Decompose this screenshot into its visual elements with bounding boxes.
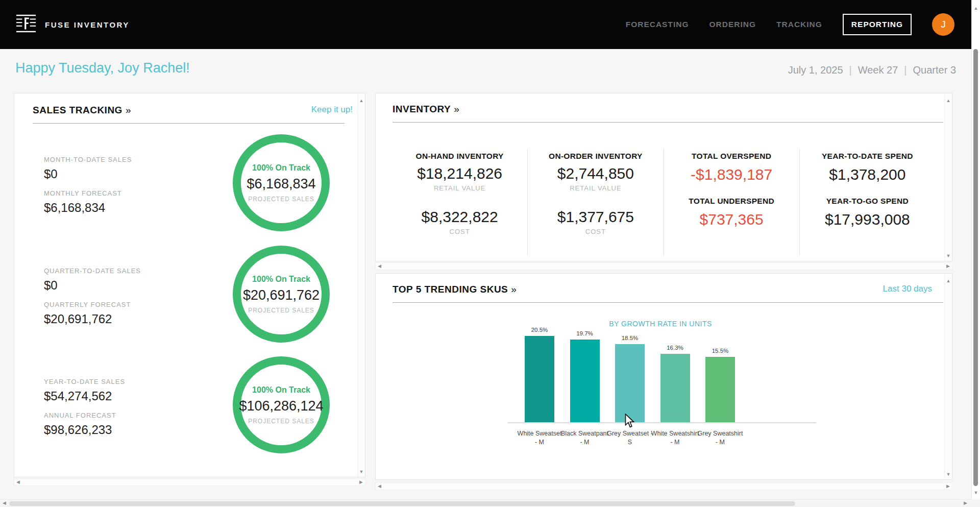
quarter-block: QUARTER-TO-DATE SALES $0 QUARTERLY FOREC… <box>14 236 365 347</box>
bar-category-label: White Sweatshirt - M <box>651 429 699 447</box>
scroll-up-icon[interactable]: ▲ <box>359 99 364 103</box>
sales-tracking-title: SALES TRACKING» <box>33 105 131 116</box>
trending-title: TOP 5 TRENDING SKUS» <box>393 284 517 295</box>
column-value: $1,378,200 <box>800 166 935 183</box>
metric-value: $54,274,562 <box>44 389 112 403</box>
ring-status: 100% On Track <box>252 385 310 395</box>
scroll-left-icon[interactable]: ◀ <box>16 480 20 485</box>
scroll-right-icon[interactable]: ▶ <box>359 480 363 485</box>
card-horizontal-scrollbar[interactable]: ◀ ▶ <box>14 478 365 486</box>
nav-item-reporting[interactable]: REPORTING <box>843 14 912 35</box>
chart-bar[interactable] <box>615 344 645 422</box>
column-value: $1,377,675 <box>528 208 663 226</box>
chart-bar[interactable] <box>570 340 600 422</box>
keep-it-up-link[interactable]: Keep it up! <box>311 105 353 115</box>
date-display: July 1, 2025 | Week 27 | Quarter 3 <box>788 64 956 76</box>
metric-label: ANNUAL FORECAST <box>44 412 116 419</box>
column-sublabel: COST <box>528 228 663 235</box>
trending-skus-card: TOP 5 TRENDING SKUS» Last 30 days BY GRO… <box>375 273 952 480</box>
column-header: TOTAL OVERSPEND <box>664 152 799 161</box>
bar-category-label: Grey Sweatset - S <box>606 429 654 447</box>
progress-ring: 100% On Track $106,286,124 PROJECTED SAL… <box>233 356 330 453</box>
nav-item-ordering[interactable]: ORDERING <box>709 20 756 29</box>
scroll-right-icon[interactable]: ▶ <box>964 501 967 505</box>
scroll-left-icon[interactable]: ◀ <box>378 484 381 489</box>
ring-sublabel: PROJECTED SALES <box>248 307 314 314</box>
user-avatar[interactable]: J <box>932 13 954 36</box>
scroll-left-icon[interactable]: ◀ <box>3 501 6 505</box>
page-vertical-scrollbar[interactable]: ▲ ▼ <box>971 0 980 499</box>
chart-bar[interactable] <box>660 354 690 422</box>
column-sublabel: RETAIL VALUE <box>392 184 527 192</box>
mouse-cursor <box>625 414 636 431</box>
metric-label: MONTHLY FORECAST <box>44 189 122 197</box>
year-block: YEAR-TO-DATE SALES $54,274,562 ANNUAL FO… <box>14 347 365 458</box>
scroll-right-icon[interactable]: ▶ <box>946 484 950 489</box>
column-value: $2,744,850 <box>528 165 663 182</box>
metric-label: QUARTERLY FORECAST <box>44 301 131 308</box>
date-separator: | <box>849 64 852 76</box>
page-vertical-scrollbar-thumb[interactable] <box>973 49 978 486</box>
ring-sublabel: PROJECTED SALES <box>248 418 314 425</box>
ring-status: 100% On Track <box>252 163 310 173</box>
month-block: MONTH-TO-DATE SALES $0 MONTHLY FORECAST … <box>14 125 365 236</box>
nav-item-forecasting[interactable]: FORECASTING <box>626 20 689 29</box>
column-header: YEAR-TO-GO SPEND <box>800 197 935 206</box>
page-greeting: Happy Tuesday, Joy Rachel! <box>15 60 190 76</box>
chart-bar[interactable] <box>705 357 735 422</box>
goto-arrow-icon: » <box>454 104 459 114</box>
scroll-down-icon[interactable]: ▼ <box>946 254 951 258</box>
nav-item-tracking[interactable]: TRACKING <box>776 20 822 29</box>
bar-category-label: Black Sweatpant - M <box>561 429 609 447</box>
column-header: TOTAL UNDERSPEND <box>664 197 799 206</box>
ring-value: $6,168,834 <box>247 176 315 192</box>
bar-chart-area: 20.5%White Sweatset - M19.7%Black Sweatp… <box>507 337 816 423</box>
column-sublabel: RETAIL VALUE <box>528 184 663 192</box>
scrollbar-corner <box>971 499 980 507</box>
scroll-up-icon[interactable]: ▲ <box>946 99 951 103</box>
divider <box>393 302 943 303</box>
scroll-down-icon[interactable]: ▼ <box>974 491 978 495</box>
overspend-column: TOTAL OVERSPEND -$1,839,187 TOTAL UNDERS… <box>664 149 799 256</box>
bar-value-label: 16.3% <box>660 345 691 351</box>
scroll-up-icon[interactable]: ▲ <box>946 279 951 283</box>
metric-value: $0 <box>44 167 58 181</box>
card-vertical-scrollbar[interactable]: ▲ ▼ <box>944 93 952 261</box>
scroll-down-icon[interactable]: ▼ <box>946 472 951 477</box>
sales-tracking-card: SALES TRACKING» Keep it up! MONTH-TO-DAT… <box>14 93 365 477</box>
progress-ring: 100% On Track $20,691,762 PROJECTED SALE… <box>233 246 330 343</box>
scroll-up-icon[interactable]: ▲ <box>974 6 978 11</box>
column-value: -$1,839,187 <box>664 166 799 183</box>
card-horizontal-scrollbar[interactable]: ◀ ▶ <box>375 262 952 270</box>
column-value: $17,993,008 <box>800 211 935 228</box>
column-header: YEAR-TO-DATE SPEND <box>800 152 935 161</box>
metric-value: $0 <box>44 278 58 293</box>
ring-value: $20,691,762 <box>243 287 320 303</box>
quarter-text: Quarter 3 <box>913 64 956 76</box>
card-horizontal-scrollbar[interactable]: ◀ ▶ <box>375 482 952 490</box>
bar-value-label: 20.5% <box>524 327 555 333</box>
last-30-days-link[interactable]: Last 30 days <box>883 284 932 294</box>
inventory-columns: ON-HAND INVENTORY $18,214,826 RETAIL VAL… <box>392 149 935 256</box>
metric-value: $6,168,834 <box>44 201 105 215</box>
week-text: Week 27 <box>858 64 898 76</box>
scroll-right-icon[interactable]: ▶ <box>946 264 950 269</box>
column-value: $737,365 <box>664 211 799 228</box>
metric-value: $98,626,233 <box>44 423 112 437</box>
bar-category-label: Grey Sweatshirt - M <box>696 429 744 447</box>
brand: FUSE INVENTORY <box>15 13 130 36</box>
card-vertical-scrollbar[interactable]: ▲ ▼ <box>357 93 365 477</box>
scroll-left-icon[interactable]: ◀ <box>378 264 381 269</box>
date-separator: | <box>904 64 906 76</box>
date-text: July 1, 2025 <box>788 64 843 76</box>
page-horizontal-scrollbar-thumb[interactable] <box>9 501 795 506</box>
ring-sublabel: PROJECTED SALES <box>248 196 314 203</box>
page-horizontal-scrollbar[interactable]: ◀ ▶ <box>0 499 971 507</box>
metric-label: MONTH-TO-DATE SALES <box>44 156 132 163</box>
inventory-card: INVENTORY» ON-HAND INVENTORY $18,214,826… <box>375 93 952 261</box>
bar-value-label: 15.5% <box>705 348 736 354</box>
scroll-down-icon[interactable]: ▼ <box>359 470 364 474</box>
nav-links: FORECASTING ORDERING TRACKING REPORTING … <box>626 13 954 36</box>
card-vertical-scrollbar[interactable]: ▲ ▼ <box>944 274 952 479</box>
chart-bar[interactable] <box>525 336 554 422</box>
